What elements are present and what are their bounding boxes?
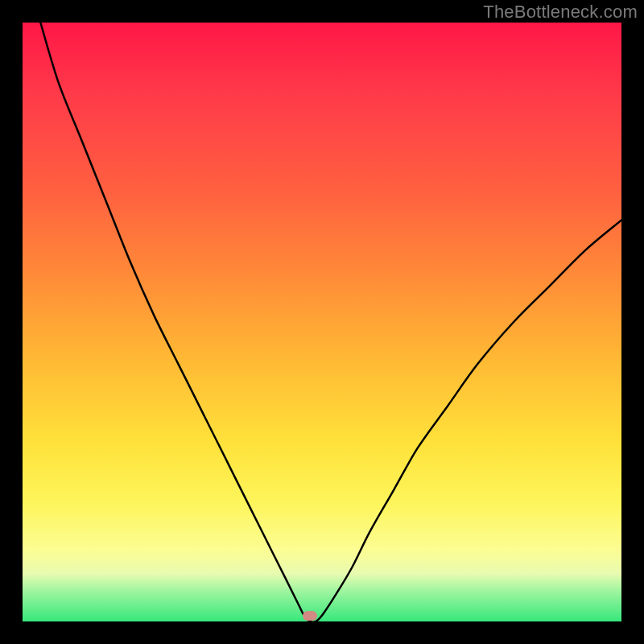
outer-frame: TheBottleneck.com: [0, 0, 644, 644]
bottleneck-curve: [23, 23, 621, 621]
watermark-text: TheBottleneck.com: [483, 2, 638, 23]
optimum-marker: [303, 611, 317, 621]
plot-area: [23, 23, 621, 621]
